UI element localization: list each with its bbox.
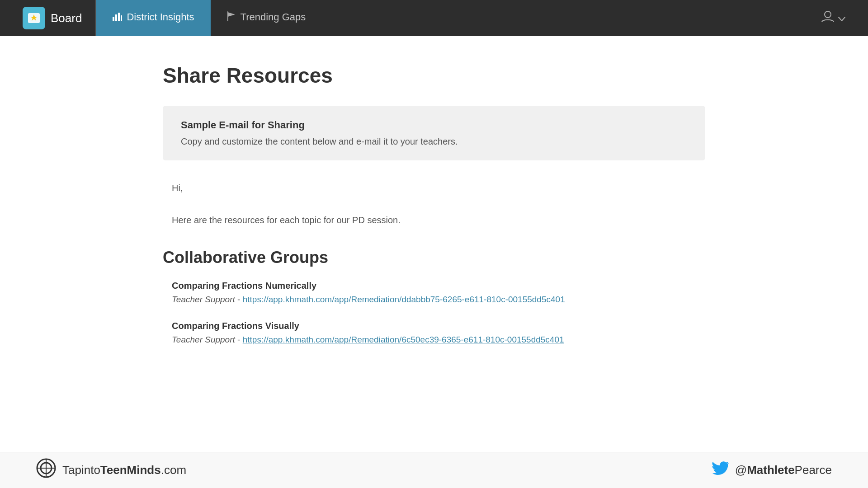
email-body: Hi, Here are the resources for each topi…	[163, 183, 705, 225]
brand-label: Board	[51, 11, 82, 25]
svg-rect-4	[118, 13, 120, 21]
group-item-1-support-label: Teacher Support	[172, 335, 235, 344]
flag-icon	[227, 11, 236, 23]
group-item-0-support: Teacher Support - https://app.khmath.com…	[172, 295, 705, 305]
group-item-0-support-label: Teacher Support	[172, 295, 235, 304]
email-greeting: Hi,	[172, 183, 696, 193]
group-item-0-title: Comparing Fractions Numerically	[172, 281, 705, 291]
svg-rect-2	[113, 17, 114, 21]
footer: TapintoTeenMinds.com @MathletePearce	[0, 452, 868, 488]
footer-left: TapintoTeenMinds.com	[36, 458, 186, 482]
main-nav: Board District Insights	[0, 0, 868, 36]
group-item-1-support: Teacher Support - https://app.khmath.com…	[172, 335, 705, 345]
main-content: Share Resources Sample E-mail for Sharin…	[118, 36, 750, 388]
info-box: Sample E-mail for Sharing Copy and custo…	[163, 106, 705, 160]
nav-right	[821, 10, 859, 27]
twitter-icon	[712, 461, 729, 479]
nav-items: District Insights Trending Gaps	[96, 0, 322, 36]
group-item-1: Comparing Fractions Visually Teacher Sup…	[163, 321, 705, 345]
brand-icon	[23, 7, 45, 29]
group-item-1-dash: -	[237, 335, 243, 344]
brand-link[interactable]: Board	[9, 7, 95, 29]
svg-rect-3	[115, 14, 117, 21]
user-dropdown-arrow[interactable]	[838, 13, 845, 23]
tapinto-logo-icon	[36, 458, 56, 482]
section-title: Collaborative Groups	[163, 248, 705, 267]
footer-site-label: TapintoTeenMinds.com	[62, 463, 186, 477]
nav-item-district-insights-label: District Insights	[127, 11, 194, 23]
page-title: Share Resources	[163, 63, 705, 88]
bar-chart-icon	[112, 11, 122, 23]
group-item-0: Comparing Fractions Numerically Teacher …	[163, 281, 705, 305]
footer-twitter-handle: @MathletePearce	[735, 463, 832, 477]
group-item-1-link[interactable]: https://app.khmath.com/app/Remediation/6…	[243, 335, 564, 344]
nav-item-district-insights[interactable]: District Insights	[96, 0, 210, 36]
group-item-0-dash: -	[237, 295, 243, 304]
svg-rect-5	[121, 15, 122, 21]
nav-item-trending-gaps-label: Trending Gaps	[241, 11, 306, 23]
group-item-0-link[interactable]: https://app.khmath.com/app/Remediation/d…	[243, 295, 565, 304]
email-body-text: Here are the resources for each topic fo…	[172, 215, 696, 225]
info-box-title: Sample E-mail for Sharing	[181, 119, 687, 131]
group-item-1-title: Comparing Fractions Visually	[172, 321, 705, 331]
nav-item-trending-gaps[interactable]: Trending Gaps	[211, 0, 322, 36]
info-box-body: Copy and customize the content below and…	[181, 136, 687, 147]
user-icon[interactable]	[821, 10, 835, 27]
svg-point-7	[825, 11, 831, 18]
footer-right: @MathletePearce	[712, 461, 832, 479]
